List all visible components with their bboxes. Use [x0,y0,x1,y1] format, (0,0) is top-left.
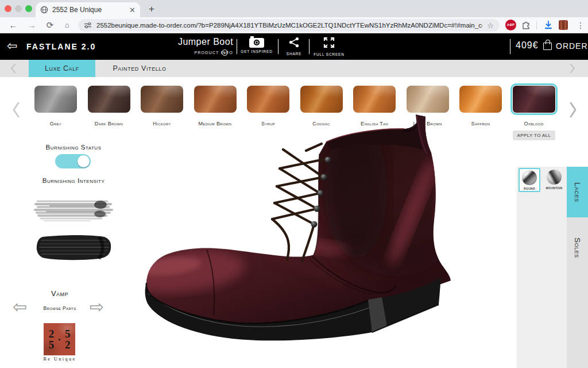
swatch-tile[interactable] [141,86,183,113]
browser-tabstrip: 2552 Be Unique ✕ + [0,0,588,17]
logo-line-1: 2 5 [45,328,75,339]
header-divider [510,39,510,54]
swatch-syrup[interactable]: Syrup [247,86,289,126]
swatch-hickory[interactable]: Hickory [141,86,183,126]
tab-painted-vitello[interactable]: Painted Vitello [95,60,184,77]
product-name: Jumper Boot [170,37,241,47]
tab-close-icon[interactable]: ✕ [129,6,136,14]
burnish-intensity-light-option[interactable] [33,197,114,224]
forward-icon[interactable]: → [25,19,38,32]
logo-caption: Be Unique [34,356,85,362]
boot-heel [368,277,441,332]
swatch-label: Light Brown [407,121,449,126]
burnishing-status-toggle[interactable] [55,154,91,168]
swatch-tile[interactable] [194,86,237,113]
lace-option-label: MOUNTAIN [543,186,565,190]
material-tab-row: Luxe Calf Painted Vitello [0,60,588,77]
swatch-cognac[interactable]: Cognac [300,86,343,126]
download-icon[interactable] [543,20,554,30]
tab-title: 2552 Be Unique [52,6,125,14]
swatch-medium-brown[interactable]: Medium Brown [194,86,237,126]
bookmark-star-icon[interactable]: ☆ [487,21,494,30]
swatch-label: Dark Brown [88,121,130,126]
site-header: ⇦ FASTLANE 2.0 Jumper Boot PRODUCT INFO … [0,33,588,60]
burnishing-status-label: Burnishing Status [0,144,147,151]
address-bar[interactable]: 2552beunique.made-to-order.com/?b=P289Nj… [78,19,500,32]
back-outline-arrow-icon[interactable]: ⇦ [7,39,17,53]
right-panel-tab-column: Laces Soles [567,167,588,368]
adblock-extension-icon[interactable]: ABP [505,20,516,30]
right-panel: ROUND MOUNTAIN [517,167,567,368]
chevron-left-icon[interactable] [9,63,17,74]
swatch-label: Medium Brown [194,121,237,126]
burnishing-intensity-label: Burnishing Intensity [0,177,147,184]
apply-to-all-button[interactable]: APPLY TO ALL [513,131,555,140]
new-tab-button[interactable]: + [145,3,158,17]
logo-line-2: 5 2 [45,339,75,350]
extensions-puzzle-icon[interactable] [521,21,531,30]
swatch-grey[interactable]: Grey [34,86,77,126]
reload-icon[interactable]: ⟳ [44,19,56,32]
share-button[interactable]: SHARE [274,37,314,56]
swatch-dark-brown[interactable]: Dark Brown [88,86,130,126]
page: { "colors": { "accent": "#68d1de", "acce… [0,0,588,368]
swatch-tile[interactable] [513,86,555,113]
book-extension-icon[interactable] [559,20,568,30]
browser-toolbar: ← → ⟳ ⌂ 2552beunique.made-to-order.com/?… [0,17,588,33]
swatch-scroll-right-icon[interactable] [567,101,579,118]
swatch-english-tan[interactable]: English Tan [353,86,396,126]
browser-tab[interactable]: 2552 Be Unique ✕ [36,2,140,17]
share-icon [288,37,300,48]
browse-next-arrow-icon[interactable]: ⇨ [90,297,104,317]
swatch-light-brown[interactable]: Light Brown [407,86,449,126]
get-inspired-button[interactable]: GET INSPIRED [237,37,277,53]
swatch-oxblood[interactable]: Oxblood [513,86,555,126]
swatch-tile[interactable] [407,86,449,113]
price: 409€ [516,40,539,51]
site-settings-icon[interactable] [84,22,92,29]
lace-option-label: ROUND [520,187,539,190]
swatch-label: Cognac [300,121,343,126]
camera-icon [249,38,264,48]
swatch-tile[interactable] [88,86,130,113]
shopping-bag-icon [543,43,552,50]
back-icon[interactable]: ← [7,19,20,32]
swatch-tile[interactable] [300,86,343,113]
toggle-knob [78,155,90,167]
round-lace-icon [522,170,537,185]
swatch-label: Syrup [247,121,289,126]
order-button[interactable]: ORDER [543,41,588,51]
tab-luxe-calf[interactable]: Luxe Calf [29,60,95,77]
cap-toe-seam [207,250,214,315]
swatch-tile[interactable] [247,86,289,113]
full-screen-button[interactable]: FULL SCREEN [309,37,349,56]
lace-option-mountain[interactable]: MOUNTAIN [543,168,565,192]
swatch-label: Saffron [459,121,502,126]
burnish-intensity-dark-option[interactable] [34,232,114,262]
swatch-saffron[interactable]: Saffron [459,86,502,126]
swatch-tile[interactable] [459,86,502,113]
toolbar-divider [536,21,537,29]
share-label: SHARE [274,52,314,56]
boot-sole [145,283,372,340]
menu-kebab-icon[interactable]: ⋮ [574,19,587,32]
fullscreen-icon [323,37,335,48]
lace-option-round[interactable]: ROUND [519,168,540,192]
order-label: ORDER [556,41,588,51]
tab-laces[interactable]: Laces [567,167,588,217]
home-icon[interactable]: ⌂ [61,19,74,32]
tab-soles[interactable]: Soles [567,217,588,278]
facing-edge [314,154,319,255]
window-close-button[interactable] [5,5,11,12]
swatch-tile[interactable] [34,86,77,113]
swatch-tile[interactable] [353,86,396,113]
swatch-label: Oxblood [513,121,555,126]
brand-logo: 2 5 5 2 [44,323,75,355]
window-zoom-button[interactable] [25,5,32,12]
browse-parts-label: Browse Parts [0,305,133,311]
window-minimize-button[interactable] [15,5,22,12]
info-icon[interactable]: i [222,49,228,56]
swatch-scroll-left-icon[interactable] [10,101,22,118]
globe-favicon [40,6,48,14]
chevron-right-icon[interactable] [568,63,577,74]
